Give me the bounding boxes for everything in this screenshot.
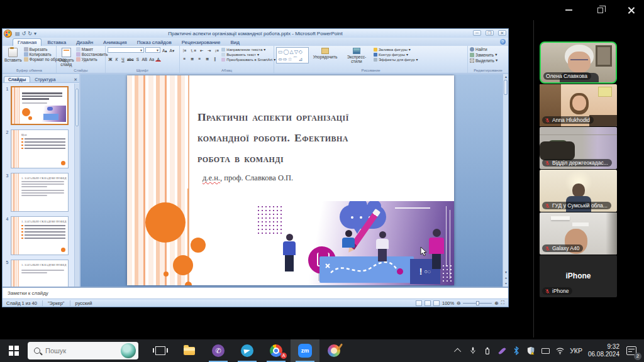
tray-expand-button[interactable] xyxy=(454,346,463,356)
zoom-app-button[interactable]: zm xyxy=(291,339,319,362)
zoom-out-icon[interactable]: ⊖ xyxy=(457,300,460,306)
paint-button[interactable] xyxy=(319,339,348,362)
slide-thumbnail-5[interactable]: 5 1. ЗАГАЛЬНІ СКЛАДОВІ ПОВЕДІНКИ КОМАНДИ xyxy=(4,260,73,287)
find-button[interactable]: Найти xyxy=(470,47,497,52)
align-center-button[interactable]: ≣ xyxy=(189,55,195,61)
shape-outline-button[interactable]: Контур фигуры ▾ xyxy=(374,52,465,57)
align-right-button[interactable]: ≡ xyxy=(197,55,203,61)
tab-home[interactable]: Главная xyxy=(13,38,42,46)
participant-tile-4[interactable]: ГУД у Сумській обла... xyxy=(540,170,617,212)
line-spacing-button[interactable]: ↕≡ xyxy=(214,47,219,53)
scroll-thumb[interactable] xyxy=(504,80,508,95)
language-indicator[interactable]: русский xyxy=(75,300,92,306)
notes-pane[interactable]: Заметки к слайду xyxy=(3,287,508,300)
taskbar-search[interactable] xyxy=(28,342,138,359)
search-highlight-image[interactable] xyxy=(121,343,136,358)
align-left-button[interactable]: ≡ xyxy=(182,55,187,61)
wifi-icon[interactable] xyxy=(555,346,564,356)
quick-styles-button[interactable]: Экспресс-стили xyxy=(343,47,370,63)
participant-tile-1[interactable]: Олена Славкова xyxy=(540,41,617,84)
notification-center-button[interactable]: 2 xyxy=(625,346,638,356)
smartart-button[interactable]: Преобразовать в SmartArt ▾ xyxy=(221,57,275,62)
participant-tile-5[interactable]: Galaxy A40 xyxy=(540,212,617,255)
participant-tile-3[interactable]: Відділ держгеокадас... xyxy=(540,127,617,169)
tab-design[interactable]: Дизайн xyxy=(72,39,97,46)
slide-thumbnail-3[interactable]: 3 1. ЗАГАЛЬНІ СКЛАДОВІ ПОВЕДІНКИ КОМАНДИ xyxy=(4,173,73,212)
slide-thumbnail-1[interactable]: 1 xyxy=(4,86,73,125)
shape-fill-button[interactable]: Заливка фигуры ▾ xyxy=(374,47,465,52)
delete-button[interactable]: Удалить xyxy=(76,57,108,62)
italic-button[interactable]: К xyxy=(114,56,119,62)
zoom-slider[interactable] xyxy=(463,303,492,304)
file-explorer-button[interactable] xyxy=(175,339,204,362)
slideshow-button[interactable] xyxy=(433,300,440,306)
slide-sorter-button[interactable] xyxy=(425,300,431,306)
paste-button[interactable]: Вставить xyxy=(4,47,22,67)
underline-button[interactable]: Ч xyxy=(120,56,126,62)
ppt-close-button[interactable]: ✕ xyxy=(498,30,506,36)
change-case-button[interactable]: Аа xyxy=(148,56,155,62)
panel-tab-slides[interactable]: Слайды xyxy=(4,76,30,82)
start-button[interactable] xyxy=(0,339,28,362)
previous-slide-icon[interactable]: ⏶ xyxy=(503,275,508,281)
help-icon[interactable]: ? xyxy=(500,39,506,45)
select-button[interactable]: Выделить ▾ xyxy=(470,58,497,63)
ppt-restore-button[interactable]: ❐ xyxy=(486,30,494,36)
increase-indent-button[interactable]: ⇥ xyxy=(206,47,212,53)
scroll-down-icon[interactable]: ▼ xyxy=(503,270,508,275)
close-button[interactable] xyxy=(623,5,640,15)
clock[interactable]: 9:32 06.08.2024 xyxy=(588,343,619,358)
slide-thumbnail-2[interactable]: 2 Цілі xyxy=(4,129,73,168)
microphone-tray-icon[interactable] xyxy=(469,346,477,356)
chrome-button[interactable]: A xyxy=(262,339,291,362)
next-slide-icon[interactable]: ⏷ xyxy=(503,281,508,287)
tab-slideshow[interactable]: Показ слайдов xyxy=(133,39,176,46)
replace-button[interactable]: Заменить ▾ xyxy=(470,52,497,57)
bullets-button[interactable]: ⁝≡ xyxy=(182,47,187,53)
participant-tile-6[interactable]: iPhone iPhone xyxy=(540,255,617,297)
security-shield-icon[interactable] xyxy=(526,346,535,356)
bold-button[interactable]: Ж xyxy=(108,56,113,62)
text-direction-button[interactable]: Направление текста ▾ xyxy=(221,47,275,52)
character-spacing-button[interactable]: АВ xyxy=(141,56,148,62)
editor-scrollbar[interactable]: ▲ ▼ ⏶ ⏷ xyxy=(502,74,508,287)
usb-device-icon[interactable] xyxy=(483,346,492,356)
grow-font-button[interactable]: A▴ xyxy=(162,47,168,53)
slide-thumbnail-4[interactable]: 4 1. ЗАГАЛЬНІ СКЛАДОВІ ПОВЕДІНКИ КОМАНДИ xyxy=(4,216,73,255)
normal-view-button[interactable] xyxy=(416,300,422,306)
telegram-button[interactable] xyxy=(233,339,262,362)
panel-tab-outline[interactable]: Структура xyxy=(31,77,59,82)
search-input[interactable] xyxy=(45,347,108,354)
tab-review[interactable]: Рецензирование xyxy=(177,39,225,46)
new-slide-button[interactable]: Создать слайд xyxy=(58,47,74,67)
font-size-select[interactable]: ▾ xyxy=(145,47,160,53)
tab-insert[interactable]: Вставка xyxy=(43,39,70,46)
decrease-indent-button[interactable]: ⇤ xyxy=(199,47,204,53)
layout-button[interactable]: Макет xyxy=(76,47,108,52)
font-name-select[interactable]: ▾ xyxy=(108,47,144,53)
columns-button[interactable]: ∥ xyxy=(212,55,218,61)
touch-keyboard-icon[interactable] xyxy=(541,346,550,356)
shapes-gallery[interactable]: ▭◯△▽◇⬄⇨☆⌒⊿ xyxy=(276,47,309,63)
tab-view[interactable]: Вид xyxy=(226,39,244,46)
text-shadow-button[interactable]: S xyxy=(135,56,140,62)
font-color-button[interactable]: А xyxy=(155,56,161,62)
ppt-minimize-button[interactable]: ─ xyxy=(473,30,481,36)
task-view-button[interactable] xyxy=(146,339,175,362)
scroll-up-icon[interactable]: ▲ xyxy=(503,74,508,80)
panel-close-icon[interactable]: ✕ xyxy=(74,77,77,82)
strikethrough-button[interactable]: abc xyxy=(126,56,134,62)
current-slide[interactable]: Практичні аспекти організації командної … xyxy=(127,75,454,285)
zoom-in-icon[interactable]: ⊕ xyxy=(494,300,498,306)
arrange-button[interactable]: Упорядочить xyxy=(311,47,340,59)
align-text-button[interactable]: Выровнять текст ▾ xyxy=(221,52,275,57)
bluetooth-icon[interactable] xyxy=(512,346,521,356)
pen-tray-icon[interactable] xyxy=(497,346,506,356)
reset-button[interactable]: Восстановить xyxy=(76,52,108,57)
fit-to-window-icon[interactable]: ⛶ xyxy=(501,300,504,306)
tab-animation[interactable]: Анимация xyxy=(99,39,131,46)
participant-tile-2[interactable]: Anna Hlukhodid xyxy=(540,84,617,126)
panel-scrollbar[interactable] xyxy=(74,84,79,287)
language-indicator[interactable]: УКР xyxy=(570,347,582,354)
numbering-button[interactable]: ⒈≡ xyxy=(189,47,197,53)
